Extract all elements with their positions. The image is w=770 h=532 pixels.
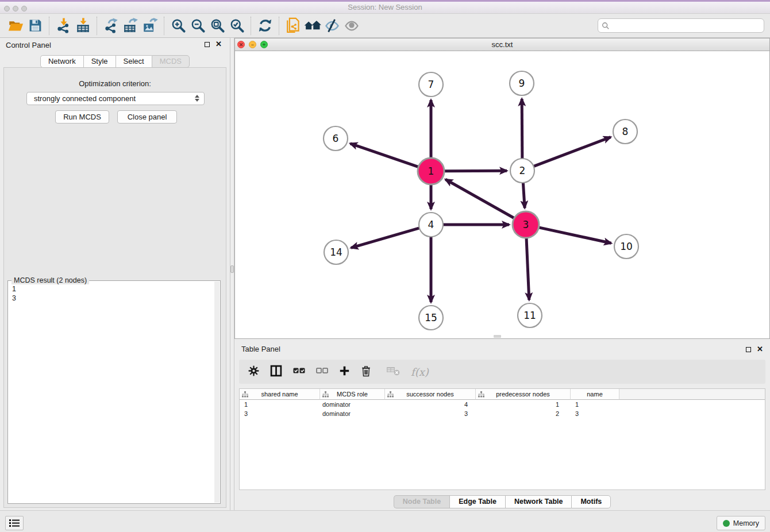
column-header-MCDS-role[interactable]: MCDS role — [320, 389, 385, 400]
cell-successor-nodes[interactable]: 4 — [385, 400, 476, 409]
cell-name[interactable]: 3 — [571, 409, 619, 418]
window-minimize-icon[interactable] — [13, 6, 18, 11]
zoom-selected-icon[interactable] — [227, 16, 247, 36]
search-input[interactable] — [610, 21, 760, 30]
export-network-icon[interactable] — [101, 16, 121, 36]
network-minimize-icon[interactable]: − — [249, 41, 256, 48]
deselect-all-icon[interactable] — [316, 367, 328, 377]
zoom-in-icon[interactable] — [168, 16, 188, 36]
table-header-row: shared nameMCDS rolesuccessor nodesprede… — [240, 389, 765, 400]
graph-edge-1-6[interactable] — [351, 144, 419, 167]
run-mcds-button[interactable]: Run MCDS — [55, 110, 109, 124]
table-panel: Table Panel ✕ f(x) shared nameMCDS roles… — [234, 342, 770, 510]
graph-edge-4-14[interactable] — [351, 228, 420, 248]
graph-node-label-8: 8 — [622, 126, 629, 137]
open-folder-icon[interactable] — [6, 16, 25, 36]
network-close-icon[interactable]: ✕ — [237, 41, 245, 48]
cell-MCDS-role[interactable]: dominator — [320, 409, 385, 418]
close-table-panel-icon[interactable]: ✕ — [757, 346, 763, 353]
app-title: Session: New Session — [0, 2, 770, 13]
save-icon[interactable] — [25, 16, 45, 36]
column-header-predecessor-nodes[interactable]: predecessor nodes — [476, 389, 571, 400]
column-header-shared-name[interactable]: shared name — [240, 389, 320, 400]
zoom-out-icon[interactable] — [188, 16, 207, 36]
gear-icon[interactable] — [248, 365, 259, 379]
import-network-icon[interactable] — [53, 16, 73, 36]
result-scrollbar[interactable] — [214, 282, 220, 503]
tab-node-table[interactable]: Node Table — [394, 495, 449, 508]
function-builder-icon-disabled: f(x) — [411, 366, 429, 378]
vertical-splitter[interactable] — [230, 38, 234, 510]
eye-slash-icon[interactable] — [322, 16, 342, 36]
graph-edge-3-1[interactable] — [445, 179, 515, 218]
table-body: 1dominator4113dominator323 — [240, 400, 765, 418]
homes-icon[interactable] — [303, 16, 322, 36]
columns-icon[interactable] — [270, 365, 282, 379]
select-stepper-icon — [195, 95, 199, 102]
graph-node-label-15: 15 — [425, 312, 437, 323]
optimization-criterion-label: Optimization criterion: — [4, 79, 226, 88]
table-row[interactable]: 3dominator323 — [240, 409, 765, 418]
zoom-fit-icon[interactable] — [207, 16, 227, 36]
network-maximize-icon[interactable]: + — [260, 41, 268, 48]
graph-edge-3-11[interactable] — [526, 237, 529, 300]
cell-shared-name[interactable]: 1 — [240, 400, 320, 409]
criterion-select[interactable]: strongly connected component — [26, 92, 205, 105]
tab-edge-table[interactable]: Edge Table — [449, 495, 505, 508]
close-panel-button[interactable]: Close panel — [117, 110, 177, 124]
select-all-icon[interactable] — [293, 367, 305, 377]
document-network-icon[interactable] — [283, 16, 303, 36]
window-close-icon[interactable] — [4, 6, 10, 11]
cell-name[interactable]: 1 — [571, 400, 619, 409]
network-window-titlebar[interactable]: ✕ − + scc.txt — [235, 38, 769, 51]
refresh-icon[interactable] — [255, 16, 275, 36]
export-table-icon[interactable] — [121, 16, 140, 36]
cell-predecessor-nodes[interactable]: 2 — [476, 409, 571, 418]
graph-node-label-2: 2 — [519, 165, 526, 176]
cell-predecessor-nodes[interactable]: 1 — [476, 400, 571, 409]
graph-node-label-7: 7 — [428, 79, 434, 90]
delete-icon[interactable] — [361, 365, 371, 379]
tab-select[interactable]: Select — [116, 55, 152, 68]
close-panel-icon[interactable]: ✕ — [215, 41, 222, 48]
splitter-grip[interactable] — [230, 265, 234, 273]
column-header-name[interactable]: name — [571, 389, 619, 400]
cell-successor-nodes[interactable]: 3 — [385, 409, 476, 418]
table-row[interactable]: 1dominator411 — [240, 400, 765, 409]
network-canvas[interactable]: 7968124314101511 — [235, 51, 769, 338]
memory-status-icon — [723, 520, 730, 527]
tab-motifs[interactable]: Motifs — [571, 495, 611, 508]
network-graph[interactable]: 7968124314101511 — [235, 51, 769, 338]
tab-network[interactable]: Network — [40, 55, 83, 68]
tab-style[interactable]: Style — [83, 55, 116, 68]
mcds-result-text[interactable]: 1 3 — [12, 284, 220, 303]
memory-button[interactable]: Memory — [717, 516, 765, 530]
add-icon[interactable] — [339, 365, 350, 379]
graph-node-label-1: 1 — [428, 165, 434, 177]
task-list-button[interactable] — [5, 516, 24, 530]
header-filler — [619, 389, 765, 400]
network-view-window: ✕ − + scc.txt 7968124314101511 — [234, 38, 770, 339]
network-resize-grip[interactable] — [494, 335, 501, 338]
search-field[interactable] — [598, 18, 764, 33]
float-table-panel-icon[interactable] — [746, 347, 751, 352]
main-toolbar — [0, 14, 770, 38]
graph-edge-2-3[interactable] — [523, 182, 525, 208]
tab-mcds[interactable]: MCDS — [152, 55, 190, 68]
cell-MCDS-role[interactable]: dominator — [320, 400, 385, 409]
float-panel-icon[interactable] — [205, 42, 210, 47]
column-header-successor-nodes[interactable]: successor nodes — [385, 389, 476, 400]
graph-edge-2-8[interactable] — [533, 137, 611, 167]
mcds-result-title: MCDS result (2 nodes) — [11, 276, 89, 284]
graph-node-label-3: 3 — [523, 219, 529, 230]
eye-icon[interactable] — [342, 16, 361, 36]
tab-network-table[interactable]: Network Table — [505, 495, 572, 508]
cell-shared-name[interactable]: 3 — [240, 409, 320, 418]
graph-edge-3-10[interactable] — [538, 228, 611, 244]
graph-edge-1-2[interactable] — [444, 171, 507, 171]
import-table-icon[interactable] — [73, 16, 93, 36]
export-image-icon[interactable] — [140, 16, 160, 36]
node-table[interactable]: shared nameMCDS rolesuccessor nodesprede… — [239, 388, 765, 490]
graph-edge-2-9[interactable] — [522, 99, 522, 159]
window-zoom-icon[interactable] — [21, 6, 27, 11]
